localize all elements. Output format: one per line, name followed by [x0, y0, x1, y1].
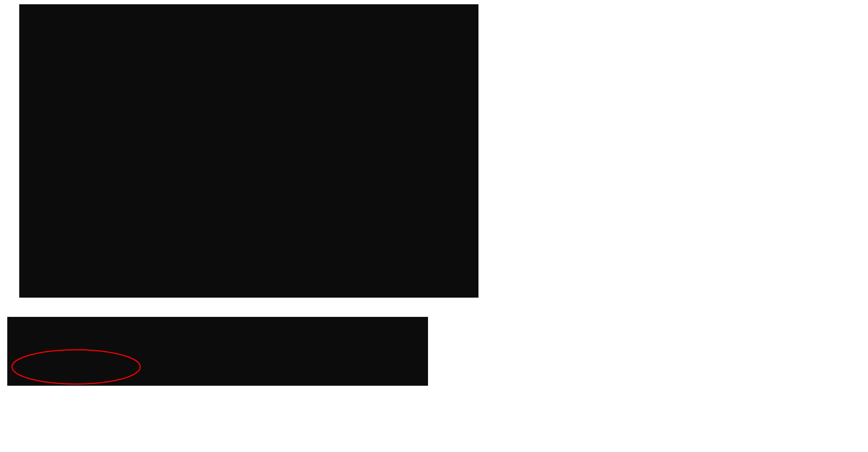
mysql-terminal-bottom — [7, 317, 428, 386]
mysql-terminal-top — [19, 4, 478, 298]
blank-line — [12, 383, 423, 386]
